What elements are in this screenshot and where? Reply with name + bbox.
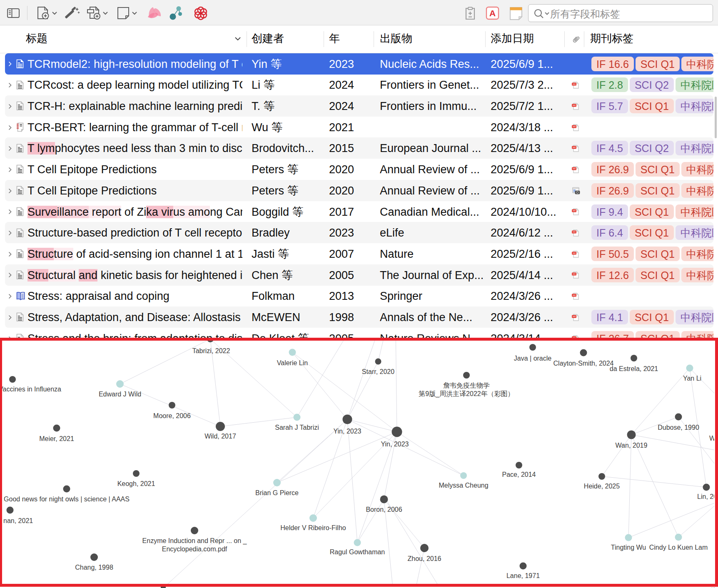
svg-text:Valerie Lin: Valerie Lin (277, 359, 308, 366)
svg-text:Keogh, 2021: Keogh, 2021 (117, 480, 155, 487)
svg-text:Chang, 1998: Chang, 1998 (75, 564, 113, 571)
svg-text:Yan Li: Yan Li (683, 375, 701, 382)
svg-text:Vaccines in Influenza: Vaccines in Influenza (2, 386, 61, 393)
svg-text:Cindy Lo Kuen Lam: Cindy Lo Kuen Lam (649, 544, 708, 551)
svg-text:Lin, 2024: Lin, 2024 (697, 493, 714, 500)
svg-text:Ragul Gowthaman: Ragul Gowthaman (330, 548, 385, 556)
svg-text:Sarah J Tabrizi: Sarah J Tabrizi (275, 424, 319, 431)
svg-text:Zhou, 2016: Zhou, 2016 (408, 555, 441, 562)
svg-text:nan, 2021: nan, 2021 (3, 517, 33, 524)
svg-text:Moore, 2006: Moore, 2006 (153, 412, 191, 419)
svg-text:Edward J Wild: Edward J Wild (99, 391, 141, 398)
svg-text:Good news for night owls | sci: Good news for night owls | science | AAA… (4, 496, 130, 503)
svg-text:Boron, 2006: Boron, 2006 (366, 506, 402, 513)
svg-text:Heide, 2025: Heide, 2025 (584, 483, 620, 490)
svg-text:Java | oracle: Java | oracle (514, 355, 552, 362)
svg-text:Encyclopedia.com.pdf: Encyclopedia.com.pdf (162, 546, 227, 553)
svg-text:詹韦免疫生物学: 詹韦免疫生物学 (443, 382, 490, 389)
svg-text:Pace, 2014: Pace, 2014 (502, 471, 536, 478)
svg-text:Meier, 2021: Meier, 2021 (39, 435, 74, 442)
svg-text:第9版_周洪主译2022年（彩图）: 第9版_周洪主译2022年（彩图） (419, 390, 514, 398)
svg-text:Dubose, 1990: Dubose, 1990 (658, 424, 699, 431)
svg-text:da Estrela, 2021: da Estrela, 2021 (610, 365, 658, 372)
svg-text:Yin, 2023: Yin, 2023 (381, 441, 409, 448)
svg-text:Wat: Wat (709, 435, 714, 442)
svg-text:Melyssa Cheung: Melyssa Cheung (439, 482, 488, 489)
svg-text:Helder V Ribeiro-Filho: Helder V Ribeiro-Filho (280, 524, 346, 531)
svg-text:Clayton-Smith, 2024: Clayton-Smith, 2024 (553, 360, 614, 367)
svg-text:Enzyme Induction and Repr ...: Enzyme Induction and Repr ... on _ (142, 537, 247, 545)
svg-text:Lane, 1971: Lane, 1971 (506, 572, 540, 579)
svg-text:Starr, 2020: Starr, 2020 (362, 368, 394, 375)
svg-text:Wild, 2017: Wild, 2017 (204, 433, 236, 440)
svg-text:Tingting Wu: Tingting Wu (611, 544, 646, 551)
svg-text:Brian G Pierce: Brian G Pierce (255, 489, 299, 496)
svg-text:Yin, 2023: Yin, 2023 (333, 428, 361, 435)
svg-text:Tabrizi, 2022: Tabrizi, 2022 (192, 347, 230, 354)
svg-text:Wan, 2019: Wan, 2019 (616, 442, 648, 449)
svg-text:A: A (489, 8, 496, 18)
